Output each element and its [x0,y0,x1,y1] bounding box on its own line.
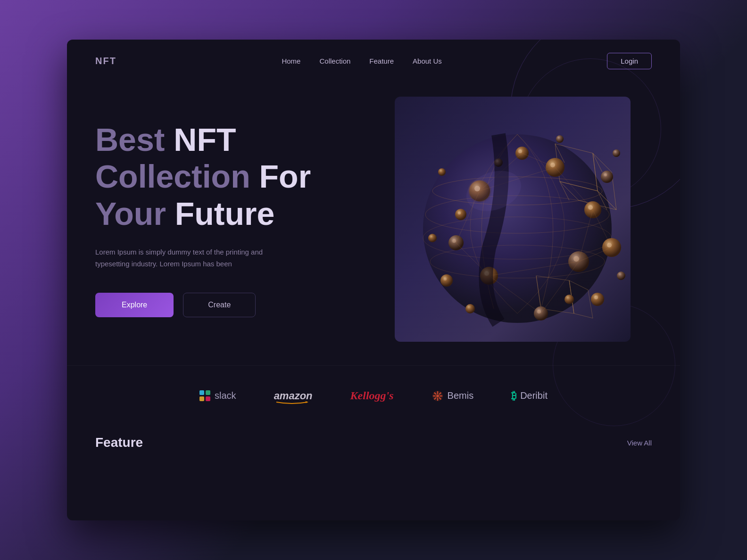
nav-item-collection[interactable]: Collection [319,57,350,65]
hero-title-word4: For [259,158,311,194]
hero-title-word6: Future [175,196,275,231]
svg-point-40 [591,293,604,306]
slack-icon [199,390,211,402]
hero-title-word2: NFT [174,122,236,157]
amazon-arrow-icon [275,400,308,404]
deribit-label: Deribit [520,390,548,401]
svg-point-27 [452,239,456,243]
svg-point-34 [455,209,466,220]
bemis-label: Bemis [448,390,474,401]
hero-title-word5: Your [95,196,175,231]
svg-point-32 [601,171,613,183]
svg-point-45 [438,168,446,176]
svg-point-39 [444,278,447,280]
nav-item-feature[interactable]: Feature [369,57,394,65]
hero-title-word3: Collection [95,158,259,194]
partner-bemis: Bemis [432,390,474,402]
slack-label: slack [215,390,236,401]
svg-point-29 [607,243,612,247]
nav-item-about[interactable]: About Us [413,57,442,65]
svg-point-44 [617,272,625,280]
bemis-icon [432,390,444,402]
svg-point-31 [518,149,522,153]
explore-button[interactable]: Explore [95,293,174,317]
nav-links: Home Collection Feature About Us [282,57,441,66]
hero-section: Best NFT Collection For Your Future Lore… [67,82,680,365]
svg-point-33 [604,173,607,176]
partner-slack: slack [199,390,236,402]
brand-logo: NFT [95,56,116,66]
svg-point-23 [573,256,579,262]
kelloggs-label: Kellogg's [350,389,394,402]
hero-title: Best NFT Collection For Your Future [95,121,355,232]
svg-point-46 [613,149,620,157]
svg-point-43 [564,295,574,304]
svg-point-0 [423,134,612,323]
svg-point-19 [550,163,555,167]
svg-point-65 [436,395,439,397]
partner-kelloggs: Kellogg's [350,389,394,402]
view-all-link[interactable]: View All [627,439,652,447]
svg-point-35 [458,212,461,214]
svg-point-48 [556,135,564,143]
hero-left: Best NFT Collection For Your Future Lore… [95,121,374,317]
login-button[interactable]: Login [607,53,652,69]
feature-label: Feature [95,435,143,450]
navbar: NFT Home Collection Feature About Us Log… [67,40,680,82]
hero-buttons: Explore Create [95,293,355,317]
svg-point-41 [594,296,598,299]
sphere-background [395,97,631,342]
svg-marker-63 [306,401,308,403]
partners-section: slack amazon Kellogg's [67,365,680,426]
svg-point-49 [428,234,437,242]
partner-amazon: amazon [274,390,313,402]
hero-description: Lorem Ipsum is simply dummy text of the … [95,246,274,270]
hero-title-word1: Best [95,122,174,157]
deribit-icon: ₿ [511,390,516,402]
create-button[interactable]: Create [183,293,256,317]
sphere-svg [395,97,631,342]
feature-footer: Feature View All [67,426,680,464]
partner-deribit: ₿ Deribit [511,390,548,402]
nav-item-home[interactable]: Home [282,57,300,65]
nft-sphere-container [395,97,631,342]
hero-right [374,97,652,342]
svg-point-38 [440,274,453,287]
svg-point-47 [465,304,475,313]
